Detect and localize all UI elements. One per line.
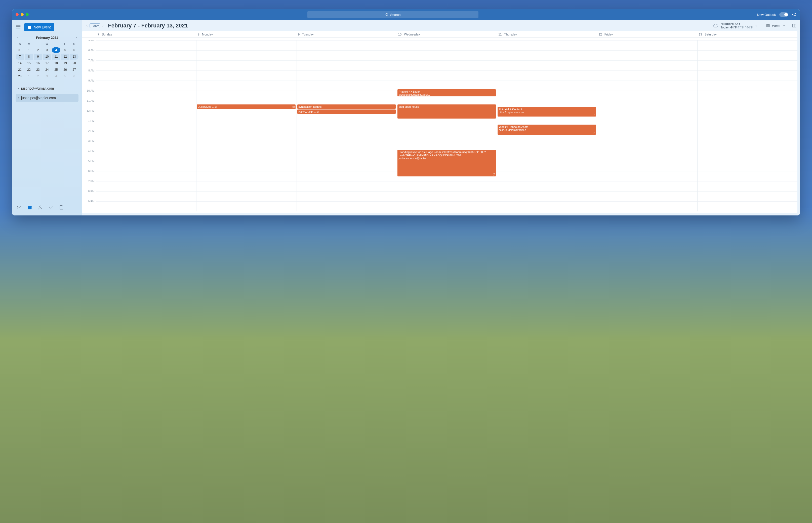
hour-label: 2 PM <box>82 129 96 140</box>
mini-calendar: February 2021 SMTWTFS3112345678910111213… <box>16 36 78 79</box>
mini-cal-day[interactable]: 25 <box>52 67 60 73</box>
day-column[interactable]: Justin/Deb 1:1; <box>196 40 296 212</box>
mini-cal-day[interactable]: 26 <box>61 67 70 73</box>
next-month-icon[interactable] <box>75 36 77 39</box>
mini-cal-day[interactable]: 7 <box>16 54 24 60</box>
mini-cal-day[interactable]: 18 <box>52 60 60 66</box>
sidebar: New Event February 2021 SMTWTFS311234567… <box>12 20 82 215</box>
mini-cal-day[interactable]: 6 <box>70 47 78 53</box>
mini-cal-day[interactable]: 17 <box>43 60 51 66</box>
menu-toggle[interactable] <box>16 24 21 31</box>
svg-rect-13 <box>792 24 796 27</box>
calendar-event[interactable]: Praytell <> Zapieralexandra.duggan@zapie… <box>397 89 496 96</box>
day-name: Wednesday <box>404 33 420 36</box>
day-column[interactable] <box>96 40 196 212</box>
mini-cal-day[interactable]: 12 <box>61 54 70 60</box>
mini-cal-day[interactable]: 28 <box>16 73 24 79</box>
weather-widget[interactable]: Hillsboro, OR Today: 44°F 47°F / 44°F <box>712 22 757 29</box>
view-selector[interactable]: Week <box>766 24 785 28</box>
today-button[interactable]: Today <box>90 23 100 28</box>
mini-cal-day[interactable]: 19 <box>61 60 70 66</box>
calendar-event[interactable]: Weekly Hangouts Zoomsean.loughran@zapier… <box>497 125 596 134</box>
calendar-event[interactable]: Editorial & Contenthttps://zapier.zoom.u… <box>497 107 596 116</box>
account-item[interactable]: justin.pot@zapier.com <box>16 94 78 102</box>
close-window[interactable] <box>16 13 19 16</box>
mini-cal-day[interactable]: 6 <box>70 73 78 79</box>
mini-cal-day[interactable]: 5 <box>61 47 70 53</box>
mini-cal-day[interactable]: 3 <box>43 47 51 53</box>
new-event-button[interactable]: New Event <box>24 23 54 31</box>
mini-cal-day[interactable]: 24 <box>43 67 51 73</box>
panel-toggle-icon[interactable] <box>792 23 796 28</box>
hour-label: 6 PM <box>82 169 96 180</box>
mini-cal-day-header: F <box>61 41 70 47</box>
maximize-window[interactable] <box>26 13 29 16</box>
mini-cal-day[interactable]: 9 <box>34 54 42 60</box>
mini-cal-day[interactable]: 5 <box>61 73 70 79</box>
mini-cal-day[interactable]: 27 <box>70 67 78 73</box>
mini-cal-day[interactable]: 31 <box>16 47 24 53</box>
mini-cal-day[interactable]: 11 <box>52 54 60 60</box>
mini-cal-day[interactable]: 22 <box>25 67 33 73</box>
window-controls <box>16 13 29 16</box>
mini-cal-day[interactable]: 14 <box>16 60 24 66</box>
event-title: Standing invite for Nic Cage Zoom link h… <box>399 150 494 157</box>
mini-cal-day[interactable]: 20 <box>70 60 78 66</box>
calendar-event[interactable]: Justin/Deb 1:1; <box>197 105 295 109</box>
megaphone-icon[interactable] <box>792 12 796 17</box>
day-column[interactable]: Praytell <> Zapieralexandra.duggan@zapie… <box>397 40 497 212</box>
week-view-icon <box>766 24 770 28</box>
date-range-title: February 7 - February 13, 2021 <box>108 22 188 29</box>
prev-month-icon[interactable] <box>17 36 19 39</box>
mini-cal-day[interactable]: 21 <box>16 67 24 73</box>
mini-cal-day[interactable]: 4 <box>52 73 60 79</box>
people-icon[interactable] <box>38 205 43 210</box>
event-title: Praytell <> Zapier <box>399 90 494 93</box>
calendar-plus-icon <box>28 25 32 29</box>
calendar-event[interactable]: Standing invite for Nic Cage Zoom link h… <box>397 150 496 177</box>
day-header: 9Tuesday <box>297 31 397 37</box>
calendar-event[interactable]: blog open house <box>397 105 496 119</box>
day-name: Tuesday <box>302 33 314 36</box>
calendar-icon[interactable] <box>27 205 32 210</box>
day-number: 13 <box>699 33 702 36</box>
weather-lo: 44°F <box>747 26 753 29</box>
hour-label: 7 PM <box>82 180 96 190</box>
mini-cal-day[interactable]: 2 <box>34 47 42 53</box>
mini-cal-day[interactable]: 16 <box>34 60 42 66</box>
next-week-icon[interactable] <box>101 24 105 27</box>
day-column[interactable] <box>597 40 697 212</box>
mini-cal-day[interactable]: 15 <box>25 60 33 66</box>
prev-week-icon[interactable] <box>86 24 89 27</box>
notes-icon[interactable] <box>59 205 64 210</box>
day-column[interactable] <box>697 40 797 212</box>
day-name: Friday <box>604 33 613 36</box>
mini-cal-day[interactable]: 10 <box>43 54 51 60</box>
minimize-window[interactable] <box>21 13 24 16</box>
outlook-window: Search New Outlook New Event Febr <box>12 9 800 215</box>
hour-label: 5 AM <box>82 40 96 49</box>
svg-marker-16 <box>294 106 295 107</box>
calendar-event[interactable]: syndication targets <box>297 105 396 109</box>
svg-line-1 <box>388 15 389 16</box>
mini-cal-day[interactable]: 1 <box>25 73 33 79</box>
mini-cal-day[interactable]: 3 <box>43 73 51 79</box>
chevron-updown-icon[interactable] <box>755 24 757 28</box>
mini-cal-day[interactable]: 23 <box>34 67 42 73</box>
mini-cal-day[interactable]: 13 <box>70 54 78 60</box>
mini-cal-day[interactable]: 2 <box>34 73 42 79</box>
calendar-event[interactable]: Kalyn/Justin 1:1; <box>297 109 396 114</box>
new-outlook-toggle[interactable] <box>779 12 788 17</box>
day-column[interactable]: syndication targetsKalyn/Justin 1:1; <box>297 40 397 212</box>
mini-cal-day[interactable]: 1 <box>25 47 33 53</box>
account-item[interactable]: justinpot@gmail.com <box>16 84 78 92</box>
search-input[interactable]: Search <box>307 11 478 18</box>
hour-label: 8 AM <box>82 69 96 79</box>
day-column[interactable]: Editorial & Contenthttps://zapier.zoom.u… <box>497 40 597 212</box>
tasks-icon[interactable] <box>48 205 53 210</box>
mini-cal-day[interactable]: 8 <box>25 54 33 60</box>
hour-label: 10 AM <box>82 89 96 99</box>
mail-icon[interactable] <box>17 205 22 210</box>
mini-cal-day[interactable]: 4 <box>52 47 60 53</box>
titlebar: Search New Outlook <box>12 9 800 20</box>
